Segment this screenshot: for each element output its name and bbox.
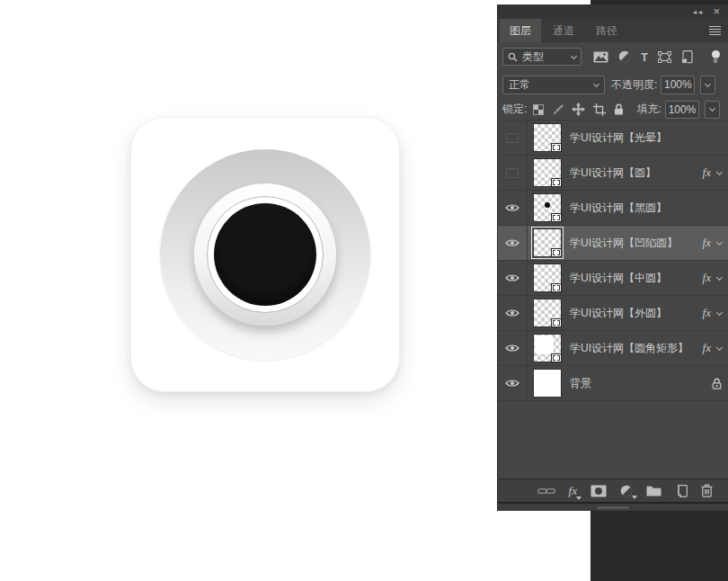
opacity-value-field[interactable]: 100% [661, 76, 695, 94]
collapse-panel-icon[interactable]: ◄◄ [692, 9, 703, 15]
lock-transparent-pixels-icon[interactable] [533, 104, 544, 115]
layer-effects-fx-label[interactable]: fx [703, 236, 711, 250]
layer-name[interactable]: 学UI设计网【黑圆】 [570, 201, 722, 216]
visibility-empty-well [506, 133, 519, 143]
layer-row[interactable]: 学UI设计网【中圆】 fx [498, 261, 728, 296]
visibility-toggle[interactable] [498, 191, 528, 225]
photoshop-workspace: ◄◄ × 图层 通道 路径 类型 [0, 0, 728, 581]
smart-object-badge-icon [551, 248, 562, 257]
chevron-down-icon[interactable] [716, 273, 723, 280]
tab-layers[interactable]: 图层 [500, 19, 541, 42]
fill-dropdown-button[interactable] [705, 101, 720, 119]
delete-layer-icon[interactable] [701, 484, 713, 497]
eye-icon [505, 238, 519, 247]
layer-thumbnail[interactable] [533, 369, 562, 398]
fill-value-field[interactable]: 100% [665, 101, 699, 119]
rounded-rectangle-preview [535, 335, 554, 354]
layer-thumbnail[interactable] [533, 158, 562, 187]
chevron-down-icon [571, 52, 577, 58]
smart-object-badge-icon [551, 353, 562, 362]
tab-channels[interactable]: 通道 [543, 19, 584, 42]
layer-thumbnail[interactable] [533, 299, 562, 327]
smart-object-badge-icon [551, 318, 562, 327]
visibility-toggle[interactable] [498, 156, 528, 190]
layer-style-fx-icon[interactable]: fx [569, 484, 577, 498]
adjustment-layers-filter-icon[interactable] [618, 50, 631, 63]
new-group-icon[interactable] [646, 485, 661, 496]
filter-kind-dropdown[interactable]: 类型 [502, 48, 582, 66]
layer-name[interactable]: 学UI设计网【光晕】 [570, 130, 722, 146]
search-icon [508, 52, 518, 62]
panel-tab-bar: 图层 通道 路径 [498, 19, 728, 42]
panel-resize-grip[interactable] [498, 502, 728, 511]
visibility-toggle[interactable] [498, 331, 528, 365]
filter-kind-label: 类型 [522, 49, 544, 65]
layer-effects-fx-label[interactable]: fx [703, 271, 711, 285]
tab-paths[interactable]: 路径 [586, 19, 627, 42]
close-panel-icon[interactable]: × [713, 7, 720, 16]
layers-panel: ◄◄ × 图层 通道 路径 类型 [497, 4, 728, 511]
layer-row[interactable]: 学UI设计网【外圆】 fx [498, 296, 728, 331]
chevron-down-icon[interactable] [716, 168, 723, 174]
add-layer-mask-icon[interactable] [590, 485, 607, 497]
layer-name[interactable]: 学UI设计网【中圆】 [570, 271, 703, 286]
chevron-down-icon[interactable] [716, 344, 723, 350]
chevron-down-icon[interactable] [716, 308, 723, 315]
visibility-toggle[interactable] [498, 261, 528, 295]
fill-value: 100% [669, 103, 697, 116]
layer-thumbnail[interactable] [533, 264, 562, 292]
layer-row[interactable]: 学UI设计网【光晕】 [498, 121, 728, 156]
lock-artboard-icon[interactable] [593, 103, 606, 116]
layer-name[interactable]: 学UI设计网【外圆】 [570, 306, 703, 321]
layer-row[interactable]: 学UI设计网【圆】 fx [498, 156, 728, 191]
visibility-toggle[interactable] [498, 296, 528, 330]
layer-row[interactable]: 学UI设计网【黑圆】 [498, 191, 728, 226]
new-adjustment-layer-icon[interactable] [620, 485, 633, 497]
layer-effects-fx-label[interactable]: fx [703, 341, 711, 355]
new-layer-icon[interactable] [675, 485, 688, 497]
black-circle-shape [214, 203, 316, 306]
filter-icons: T [593, 50, 693, 64]
visibility-toggle[interactable] [498, 226, 528, 260]
opacity-label: 不透明度: [611, 77, 657, 93]
layer-name[interactable]: 学UI设计网【圆角矩形】 [570, 341, 703, 356]
layer-list: 学UI设计网【光晕】 学UI设计网【圆】 fx [498, 120, 728, 478]
layer-thumbnail[interactable] [533, 228, 562, 257]
lock-label: 锁定: [502, 102, 527, 117]
link-layers-icon[interactable] [537, 487, 555, 496]
layer-row[interactable]: 学UI设计网【圆角矩形】 fx [498, 331, 728, 366]
layer-filter-row: 类型 T [498, 42, 728, 71]
chevron-down-icon [705, 80, 711, 86]
fx-glyph: fx [569, 484, 577, 498]
opacity-value: 100% [664, 78, 692, 91]
visibility-toggle[interactable] [498, 366, 528, 400]
layer-name[interactable]: 背景 [570, 376, 712, 391]
layer-row-background[interactable]: 背景 [498, 366, 728, 401]
layer-thumbnail[interactable] [533, 193, 562, 222]
visibility-toggle[interactable] [498, 121, 528, 155]
layer-effects-fx-label[interactable]: fx [703, 306, 711, 320]
shape-layers-filter-icon[interactable] [658, 51, 671, 63]
lock-row: 锁定: [498, 98, 728, 121]
pixel-layers-filter-icon[interactable] [593, 51, 608, 63]
blend-mode-dropdown[interactable]: 正常 [502, 76, 605, 94]
smart-object-filter-icon[interactable] [681, 50, 693, 64]
chevron-down-icon[interactable] [716, 238, 723, 245]
type-layers-filter-icon[interactable]: T [641, 51, 648, 63]
layer-name[interactable]: 学UI设计网【凹陷圆】 [570, 236, 703, 251]
lock-image-pixels-icon[interactable] [552, 103, 564, 115]
visibility-empty-well [506, 168, 519, 178]
layer-thumbnail[interactable] [533, 123, 562, 152]
eye-icon [505, 344, 519, 353]
lock-position-icon[interactable] [572, 103, 585, 116]
panel-bottom-toolbar: fx [498, 478, 728, 502]
opacity-dropdown-button[interactable] [700, 76, 715, 94]
layer-thumbnail[interactable] [533, 334, 562, 362]
panel-menu-icon[interactable] [709, 26, 721, 35]
layer-row-selected[interactable]: 学UI设计网【凹陷圆】 fx [498, 226, 728, 261]
filter-toggle-switch[interactable] [711, 50, 720, 63]
lock-all-icon[interactable] [614, 103, 624, 115]
layer-effects-fx-label[interactable]: fx [703, 165, 711, 180]
fill-label: 填充: [637, 102, 661, 117]
layer-name[interactable]: 学UI设计网【圆】 [570, 165, 703, 181]
